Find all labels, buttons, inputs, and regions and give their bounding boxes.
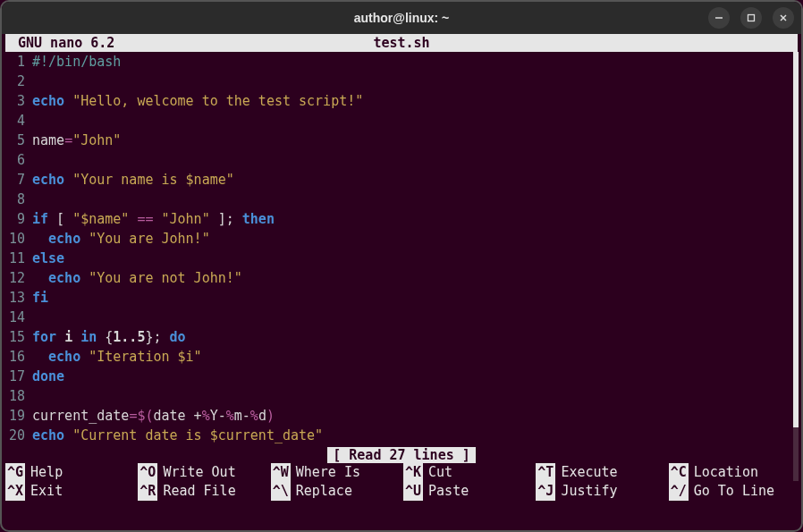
shortcut-label: Cut <box>423 463 452 482</box>
line-number: 19 <box>5 406 25 426</box>
shortcut-label: Location <box>689 463 758 482</box>
code-line[interactable]: 10 echo "You are John!" <box>5 229 798 249</box>
shortcut-key: ^W <box>271 463 291 482</box>
code-content[interactable]: name="John" <box>32 131 121 150</box>
line-number: 12 <box>5 268 25 288</box>
code-line[interactable]: 18 <box>5 386 798 406</box>
shortcut-item: ^JJustify <box>536 482 664 501</box>
line-number: 9 <box>5 209 25 229</box>
shortcut-item: ^TExecute <box>536 463 664 482</box>
shortcut-key: ^K <box>403 463 423 482</box>
shortcut-label: Replace <box>291 482 352 501</box>
code-content[interactable]: if [ "$name" == "John" ]; then <box>32 209 275 229</box>
line-number: 1 <box>5 52 25 72</box>
maximize-button[interactable] <box>740 7 762 29</box>
shortcut-item: ^XExit <box>5 482 134 501</box>
code-line[interactable]: 19current_date=$(date +%Y-%m-%d) <box>5 406 798 426</box>
line-number: 11 <box>5 249 25 268</box>
shortcut-label: Where Is <box>291 463 360 482</box>
shortcut-key: ^C <box>669 463 689 482</box>
line-number: 7 <box>5 170 25 190</box>
code-content[interactable]: echo "You are John!" <box>32 229 210 249</box>
code-line[interactable]: 8 <box>5 190 798 209</box>
shortcut-label: Read File <box>157 482 235 501</box>
code-line[interactable]: 3echo "Hello, welcome to the test script… <box>5 91 798 111</box>
code-content[interactable]: echo "Iteration $i" <box>32 347 202 367</box>
code-content[interactable]: else <box>32 249 64 268</box>
shortcut-label: Go To Line <box>689 482 774 501</box>
close-button[interactable] <box>773 7 794 29</box>
code-line[interactable]: 12 echo "You are not John!" <box>5 268 798 288</box>
line-number: 3 <box>5 91 25 111</box>
code-line[interactable]: 11else <box>5 249 798 268</box>
editor-area[interactable]: 1#!/bin/bash23echo "Hello, welcome to th… <box>2 52 801 445</box>
code-content[interactable]: echo "Your name is $name" <box>32 170 234 190</box>
line-number: 20 <box>5 426 25 445</box>
window-controls <box>708 7 794 29</box>
code-content[interactable]: #!/bin/bash <box>32 52 121 72</box>
line-number: 15 <box>5 327 25 347</box>
shortcut-key: ^O <box>138 463 157 482</box>
shortcut-label: Exit <box>25 482 63 501</box>
shortcut-key: ^X <box>5 482 25 501</box>
code-line[interactable]: 14 <box>5 308 798 327</box>
shortcut-item: ^RRead File <box>138 482 266 501</box>
code-line[interactable]: 7echo "Your name is $name" <box>5 170 798 190</box>
shortcut-label: Execute <box>555 463 617 482</box>
code-line[interactable]: 9if [ "$name" == "John" ]; then <box>5 209 798 229</box>
code-line[interactable]: 1#!/bin/bash <box>5 52 798 72</box>
code-line[interactable]: 13fi <box>5 288 798 308</box>
shortcut-label: Justify <box>555 482 617 501</box>
nano-status-text: [ Read 27 lines ] <box>327 447 476 463</box>
shortcut-item: ^\Replace <box>271 482 400 501</box>
code-content[interactable]: current_date=$(date +%Y-%m-%d) <box>32 406 275 426</box>
shortcut-label: Write Out <box>157 463 235 482</box>
nano-filename: test.sh <box>114 34 688 52</box>
code-line[interactable]: 16 echo "Iteration $i" <box>5 347 798 367</box>
shortcut-label: Paste <box>423 482 469 501</box>
code-line[interactable]: 4 <box>5 111 798 131</box>
line-number: 17 <box>5 367 25 386</box>
line-number: 2 <box>5 72 25 91</box>
code-line[interactable]: 5name="John" <box>5 131 798 150</box>
code-line[interactable]: 15for i in {1..5}; do <box>5 327 798 347</box>
terminal-scrollbar-thumb[interactable] <box>793 52 799 427</box>
window-titlebar: author@linux: ~ <box>2 2 801 34</box>
shortcut-key: ^U <box>403 482 423 501</box>
shortcut-label: Help <box>25 463 63 482</box>
shortcut-key: ^G <box>5 463 25 482</box>
shortcut-key: ^T <box>536 463 555 482</box>
code-line[interactable]: 20echo "Current date is $current_date" <box>5 426 798 445</box>
line-number: 6 <box>5 150 25 170</box>
minimize-button[interactable] <box>708 7 730 29</box>
code-content[interactable]: echo "You are not John!" <box>32 268 242 288</box>
code-line[interactable]: 6 <box>5 150 798 170</box>
shortcut-item: ^UPaste <box>403 482 532 501</box>
shortcut-key: ^/ <box>669 482 689 501</box>
code-content[interactable]: echo "Current date is $current_date" <box>32 426 323 445</box>
line-number: 13 <box>5 288 25 308</box>
code-content[interactable]: for i in {1..5}; do <box>32 327 186 347</box>
shortcut-key: ^J <box>536 482 555 501</box>
code-content[interactable]: fi <box>32 288 48 308</box>
shortcut-item: ^GHelp <box>5 463 134 482</box>
line-number: 10 <box>5 229 25 249</box>
shortcut-item: ^WWhere Is <box>271 463 400 482</box>
line-number: 18 <box>5 386 25 406</box>
nano-header-bar: GNU nano 6.2 test.sh GNU nano 6.2 <box>5 34 798 52</box>
code-content[interactable]: echo "Hello, welcome to the test script!… <box>32 91 363 111</box>
nano-shortcuts-bar: ^GHelp^OWrite Out^WWhere Is^KCut^TExecut… <box>2 463 801 502</box>
code-line[interactable]: 2 <box>5 72 798 91</box>
line-number: 5 <box>5 131 25 150</box>
code-line[interactable]: 17done <box>5 367 798 386</box>
shortcut-item: ^KCut <box>403 463 532 482</box>
line-number: 8 <box>5 190 25 209</box>
code-content[interactable]: done <box>32 367 64 386</box>
shortcut-item: ^CLocation <box>669 463 798 482</box>
line-number: 4 <box>5 111 25 131</box>
nano-status-line: [ Read 27 lines ] <box>2 447 801 463</box>
shortcut-item: ^/Go To Line <box>669 482 798 501</box>
line-number: 14 <box>5 308 25 327</box>
shortcut-key: ^R <box>138 482 157 501</box>
line-number: 16 <box>5 347 25 367</box>
